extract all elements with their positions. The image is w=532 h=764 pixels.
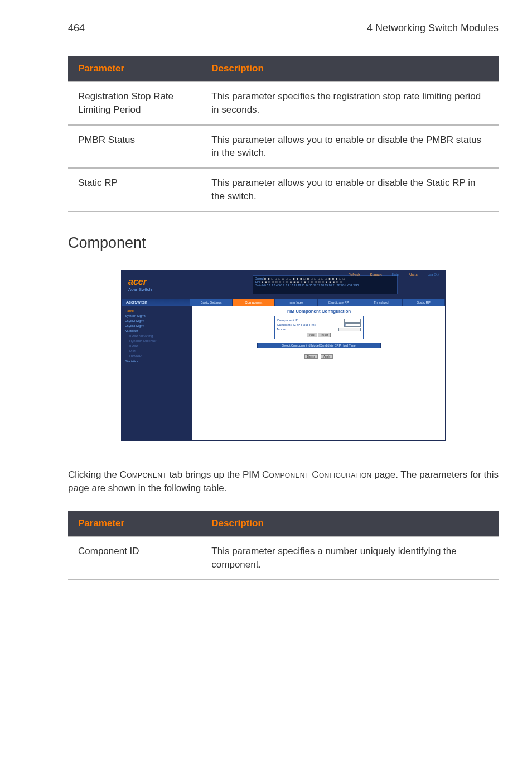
- sidebar-item[interactable]: Layer3 Mgmt: [125, 324, 189, 329]
- panel-line-nums: Switch 0 0 1 2 3 4 5 6 7 8 9 10 11 12 13…: [255, 284, 395, 287]
- col-description: Description: [201, 511, 499, 536]
- sc-component-config: Component Configuration: [262, 469, 372, 480]
- sidebar-home[interactable]: Home: [125, 309, 189, 314]
- table-row: Component ID This parameter specifies a …: [68, 536, 499, 580]
- page-number: 464: [68, 22, 85, 34]
- sidebar-sub[interactable]: DVMRP: [125, 354, 189, 359]
- delete-button[interactable]: Delete: [304, 354, 318, 359]
- desc-cell: This parameter specifies a number unique…: [201, 536, 499, 580]
- sidebar-sub[interactable]: Dynamic Multicast: [125, 339, 189, 344]
- sidebar-sub[interactable]: IGMP Snooping: [125, 334, 189, 339]
- main-panel: PIM Component Configuration Component ID…: [192, 306, 445, 440]
- label-mode: Mode: [277, 328, 286, 331]
- link-refresh[interactable]: Refresh: [349, 273, 360, 276]
- label-component-id: Component ID: [277, 319, 299, 322]
- port-status-panel: Speed ■ ■ □ □ □ □ □ □ ■ ■ ■ □ ■ □ □ □ □ …: [253, 275, 398, 294]
- form-row-crp-hold: Candidate CRP Hold Time 0: [277, 323, 361, 327]
- link-about[interactable]: About: [409, 273, 418, 276]
- link-support[interactable]: Support: [370, 273, 382, 276]
- sidebar-item[interactable]: Layer2 Mgmt: [125, 319, 189, 324]
- select-mode[interactable]: [338, 328, 361, 331]
- sidebar-sub-pim[interactable]: PIM: [125, 349, 189, 354]
- tab-component[interactable]: Component: [233, 299, 275, 306]
- apply-button[interactable]: Apply: [321, 354, 333, 359]
- sidebar-item[interactable]: System Mgmt: [125, 314, 189, 319]
- tab-candidate-rp[interactable]: Candidate RP: [318, 299, 360, 306]
- sidebar-item[interactable]: Multicast: [125, 329, 189, 334]
- nav-title: AcerSwitch: [122, 300, 190, 304]
- sc-component: Component: [120, 469, 167, 480]
- ss-nav: AcerSwitch Basic Settings Component Inte…: [122, 299, 445, 306]
- form-row-mode: Mode: [277, 328, 361, 331]
- tab-interfaces[interactable]: Interfaces: [275, 299, 317, 306]
- top-links: Refresh Support Help About Log Out: [349, 273, 439, 276]
- param-cell: Static RP: [68, 168, 201, 212]
- sidebar: Home System Mgmt Layer2 Mgmt Layer3 Mgmt…: [122, 306, 192, 440]
- chapter-title: 4 Networking Switch Modules: [367, 22, 499, 34]
- table-row: PMBR Status This parameter allows you to…: [68, 125, 499, 169]
- param-cell: Component ID: [68, 536, 201, 580]
- description-paragraph: Clicking the Component tab brings up the…: [68, 468, 499, 496]
- ss-topbar: acer Acer Switch Speed ■ ■ □ □ □ □ □ □ ■…: [122, 271, 445, 299]
- table-row: Registration Stop Rate Limiting Period T…: [68, 81, 499, 125]
- parameter-table-1: Parameter Description Registration Stop …: [68, 56, 499, 212]
- desc-cell: This parameter specifies the registratio…: [201, 81, 499, 125]
- col-description: Description: [201, 56, 499, 81]
- link-help[interactable]: Help: [392, 273, 399, 276]
- page-header: 464 4 Networking Switch Modules: [68, 22, 499, 34]
- nav-tabs: Basic Settings Component Interfaces Cand…: [190, 299, 445, 306]
- table-row: Static RP This parameter allows you to e…: [68, 168, 499, 212]
- col-parameter: Parameter: [68, 56, 201, 81]
- desc-cell: This parameter allows you to enable or d…: [201, 168, 499, 212]
- param-cell: PMBR Status: [68, 125, 201, 169]
- label-crp-hold: Candidate CRP Hold Time: [277, 323, 316, 326]
- form-row-component-id: Component ID: [277, 319, 361, 323]
- ui-screenshot: acer Acer Switch Speed ■ ■ □ □ □ □ □ □ ■…: [122, 271, 445, 440]
- tab-static-rp[interactable]: Static RP: [403, 299, 445, 306]
- tab-threshold[interactable]: Threshold: [360, 299, 403, 306]
- grid-header: Select|Component Id|Mode|Candidate CRP H…: [257, 343, 381, 348]
- reset-button[interactable]: Reset: [318, 333, 331, 337]
- sidebar-item[interactable]: Statistics: [125, 359, 189, 364]
- input-component-id[interactable]: [344, 319, 361, 323]
- parameter-table-2: Parameter Description Component ID This …: [68, 511, 499, 580]
- add-button[interactable]: Add: [307, 333, 317, 337]
- brand-logo: acer: [128, 277, 147, 286]
- brand-subtitle: Acer Switch: [128, 287, 152, 292]
- tab-basic-settings[interactable]: Basic Settings: [190, 299, 233, 306]
- col-parameter: Parameter: [68, 511, 201, 536]
- panel-title: PIM Component Configuration: [192, 306, 445, 315]
- param-cell: Registration Stop Rate Limiting Period: [68, 81, 201, 125]
- config-form: Component ID Candidate CRP Hold Time 0 M…: [274, 316, 364, 339]
- section-title-component: Component: [68, 234, 499, 252]
- desc-cell: This parameter allows you to enable or d…: [201, 125, 499, 169]
- link-logout[interactable]: Log Out: [428, 273, 439, 276]
- input-crp-hold[interactable]: 0: [344, 323, 361, 327]
- sidebar-sub[interactable]: IGMP: [125, 344, 189, 349]
